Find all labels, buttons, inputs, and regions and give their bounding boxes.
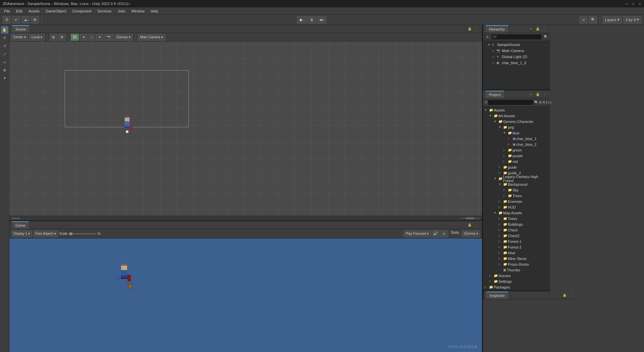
hierarchy-search-input[interactable] bbox=[491, 34, 542, 40]
scene-cam-btn[interactable]: 📷 bbox=[104, 34, 113, 41]
project-folder-assets[interactable]: ▼ 📁 Assets bbox=[483, 107, 550, 113]
tool-move[interactable]: ✛ bbox=[1, 34, 8, 42]
project-folder-chest2[interactable]: ▷ 📁 Chest2 bbox=[483, 233, 550, 238]
step-button[interactable]: ⏭ bbox=[317, 16, 326, 24]
project-folder-hud[interactable]: ▷ 📁 HUD bbox=[483, 204, 550, 210]
project-folder-guide[interactable]: ▷ 📁 guide bbox=[483, 164, 550, 170]
project-folder-chest[interactable]: ▷ 📁 Chest bbox=[483, 227, 550, 233]
grid-settings-btn[interactable]: ⚙ bbox=[58, 34, 66, 41]
samplescene-menu-icon[interactable]: ⋮ bbox=[543, 42, 549, 48]
project-info-icon[interactable]: ℹ bbox=[546, 99, 547, 105]
project-folder-purple[interactable]: ▷ 📁 purple bbox=[483, 153, 550, 159]
project-folder-trees-bg[interactable]: ▷ 📁 Trees bbox=[483, 193, 550, 199]
local-dropdown[interactable]: Local ▾ bbox=[29, 34, 45, 41]
grid-snap-btn[interactable]: ⊞ bbox=[50, 34, 57, 41]
2d-toggle[interactable]: 2D bbox=[71, 34, 79, 41]
hierarchy-item-charblue[interactable]: ▷ ▣ char_blue_1_0 bbox=[483, 60, 550, 66]
pivot-dropdown[interactable]: Center ▾ bbox=[11, 34, 28, 41]
inspector-menu-icon[interactable]: ⋮ bbox=[568, 292, 574, 298]
scene-tab[interactable]: Scene bbox=[12, 25, 29, 33]
menu-services[interactable]: Services bbox=[95, 8, 114, 14]
project-folder-green[interactable]: ▷ 📁 green bbox=[483, 147, 550, 153]
hierarchy-item-samplescene[interactable]: ▼ ⊙ SampleScene ⋮ bbox=[483, 42, 550, 48]
hierarchy-search-icon[interactable]: 🔍 bbox=[543, 34, 549, 40]
audio-btn[interactable]: ♪ bbox=[89, 34, 95, 41]
toolbar-history[interactable]: ↩ bbox=[580, 16, 588, 24]
menu-jobs[interactable]: Jobs bbox=[115, 8, 128, 14]
project-add-icon[interactable]: + bbox=[528, 91, 534, 97]
project-folder-png[interactable]: ▼ 📁 png bbox=[483, 124, 550, 130]
game-tab[interactable]: Game bbox=[12, 221, 29, 229]
project-folder-generic-char[interactable]: ▼ 📁 Generic-Character bbox=[483, 119, 550, 124]
play-button[interactable]: ▶ bbox=[297, 16, 306, 24]
project-tab-label[interactable]: Project bbox=[486, 91, 504, 98]
project-menu-icon[interactable]: ⋮ bbox=[541, 91, 547, 97]
pause-button[interactable]: ⏸ bbox=[307, 16, 316, 24]
stats-button[interactable]: Stats bbox=[449, 230, 461, 237]
toolbar-cloud[interactable]: ☁ bbox=[21, 16, 30, 24]
tool-transform[interactable]: ⊕ bbox=[1, 67, 8, 74]
project-search-input[interactable] bbox=[488, 99, 534, 105]
project-folder-trees2[interactable]: ▷ 📁 Trees bbox=[483, 216, 550, 221]
project-refresh-icon[interactable]: ↺ bbox=[484, 99, 487, 105]
scene-viewport[interactable] bbox=[9, 42, 482, 216]
close-btn[interactable]: ✕ bbox=[638, 2, 641, 6]
fx-btn[interactable]: ✦ bbox=[96, 34, 103, 41]
project-folder-scenes[interactable]: ▷ 📁 Scenes bbox=[483, 273, 550, 278]
menu-window[interactable]: Window bbox=[129, 8, 147, 14]
game-menu-icon[interactable]: ⋮ bbox=[473, 222, 479, 228]
menu-help[interactable]: Help bbox=[148, 8, 161, 14]
toolbar-undo[interactable]: ↩ bbox=[12, 16, 20, 24]
game-viewport[interactable]: CSDN @天地无私 bbox=[9, 238, 482, 352]
maximize-btn[interactable]: □ bbox=[632, 2, 634, 6]
project-item-charblue2[interactable]: ▷ ▣ char_blue_2 bbox=[483, 141, 550, 147]
hierarchy-item-globallight[interactable]: ▷ ☀ Global Light 2D bbox=[483, 54, 550, 60]
menu-file[interactable]: File bbox=[1, 8, 13, 14]
project-folder-enemies[interactable]: ▷ 📁 Enemies bbox=[483, 199, 550, 204]
tool-rotate[interactable]: ↺ bbox=[1, 42, 8, 50]
game-mute-btn[interactable]: 🔊 bbox=[431, 230, 439, 237]
toolbar-settings[interactable]: ⊞ bbox=[31, 16, 39, 24]
project-folder-packages[interactable]: ▷ 📁 Packages bbox=[483, 284, 550, 290]
tool-rect[interactable]: ▭ bbox=[1, 58, 8, 66]
hierarchy-item-maincamera[interactable]: ▷ 📷 Main Camera bbox=[483, 48, 550, 54]
toolbar-hand-tool[interactable]: ☰ bbox=[3, 16, 11, 24]
project-filter-icon[interactable]: ⊞ bbox=[539, 99, 542, 105]
game-aspect-dropdown[interactable]: Free Aspect ▾ bbox=[33, 230, 58, 237]
hierarchy-add-btn[interactable]: + bbox=[484, 34, 490, 40]
project-folder-settings[interactable]: ▷ 📁 Settings bbox=[483, 278, 550, 284]
project-folder-legacy-fantasy[interactable]: ▼ 📁 Legacy-Fantasy-High Forest bbox=[483, 176, 550, 181]
project-search-icon[interactable]: 🔍 bbox=[534, 99, 538, 105]
layers-dropdown[interactable]: Layers ▾ bbox=[603, 16, 622, 24]
lighting-btn[interactable]: ☀ bbox=[80, 34, 88, 41]
inspector-tab-item[interactable]: Inspector bbox=[486, 292, 508, 299]
toolbar-search[interactable]: 🔍 bbox=[589, 16, 597, 24]
hierarchy-add-icon[interactable]: + bbox=[528, 26, 534, 32]
project-item-charblue1[interactable]: ▷ ▣ char_blue_1 bbox=[483, 136, 550, 141]
project-folder-buildings[interactable]: ▷ 📁 Buildings bbox=[483, 221, 550, 227]
project-folder-forest1[interactable]: ▷ 📁 Forest-1 bbox=[483, 238, 550, 244]
game-lock-icon[interactable]: 🔒 bbox=[467, 222, 473, 228]
tool-scale[interactable]: ⤢ bbox=[1, 50, 8, 58]
project-folder-map-assets[interactable]: ▼ 📁 Map Assets bbox=[483, 210, 550, 216]
hierarchy-menu-icon[interactable]: ⋮ bbox=[541, 26, 547, 32]
project-settings-icon[interactable]: ⚙ bbox=[542, 99, 545, 105]
menu-assets[interactable]: Assets bbox=[26, 8, 42, 14]
project-folder-blue[interactable]: ▼ 📁 blue bbox=[483, 130, 550, 136]
scene-scrollbar[interactable] bbox=[466, 217, 474, 219]
inspector-lock-icon[interactable]: 🔒 bbox=[561, 292, 568, 298]
tool-custom[interactable]: ✦ bbox=[1, 75, 8, 82]
scene-lock-icon[interactable]: 🔒 bbox=[467, 26, 473, 32]
menu-gameobject[interactable]: GameObject bbox=[43, 8, 69, 14]
project-folder-propsrocks[interactable]: ▷ 📁 Props-Rocks bbox=[483, 261, 550, 267]
play-focused-dropdown[interactable]: Play Focused ▾ bbox=[404, 230, 431, 237]
gizmos-dropdown[interactable]: Gizmos ▾ bbox=[462, 230, 480, 237]
project-item-thumbs[interactable]: ▣ Thumbs bbox=[483, 267, 550, 273]
layout-dropdown[interactable]: 2 by 3 ▾ bbox=[623, 16, 641, 24]
hierarchy-lock-icon[interactable]: 🔒 bbox=[535, 26, 541, 32]
project-folder-sky[interactable]: ▷ 📁 Sky bbox=[483, 187, 550, 193]
gizmos-scene-btn[interactable]: Gizmos ▾ bbox=[114, 34, 133, 41]
project-folder-red[interactable]: ▷ 📁 red bbox=[483, 159, 550, 164]
project-folder-minestone[interactable]: ▷ 📁 Mine Stone bbox=[483, 256, 550, 261]
minimize-btn[interactable]: ─ bbox=[626, 2, 628, 6]
